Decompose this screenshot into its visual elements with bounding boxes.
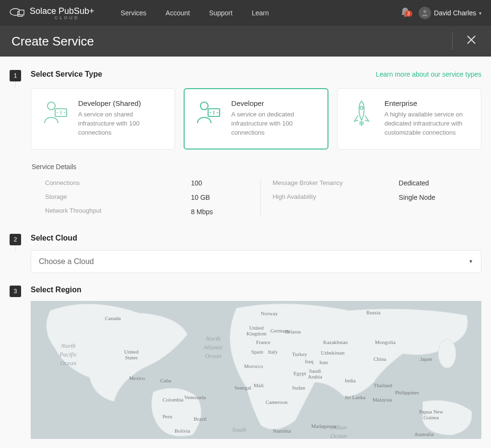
nav-account[interactable]: Account <box>165 9 190 17</box>
service-card-developer-shared[interactable]: Developer (Shared) A service on shared i… <box>31 88 175 149</box>
map-country: Philippines <box>395 390 419 395</box>
map-country: UnitedKingdom <box>246 325 267 336</box>
page-header: Create Service <box>0 26 491 57</box>
nav-links: Services Account Support Learn <box>121 9 269 17</box>
map-country: Malaysia <box>373 397 392 402</box>
map-country: Venezuela <box>184 394 206 400</box>
connections-value: 100 <box>191 179 249 187</box>
card-title: Enterprise <box>385 99 471 107</box>
region-map[interactable]: NorthPacificOcean NorthAtlanticOcean Sou… <box>31 301 481 439</box>
map-country: Belarus <box>285 329 301 334</box>
map-country: Italy <box>268 349 278 355</box>
storage-value: 10 GB <box>191 194 249 201</box>
brand-name: Solace PubSub+ <box>30 6 94 16</box>
top-navbar: Solace PubSub+ CLOUD Services Account Su… <box>0 0 491 26</box>
learn-more-link[interactable]: Learn more about our service types <box>376 70 481 78</box>
connections-label: Connections <box>45 179 168 186</box>
map-country: Morocco <box>244 363 263 369</box>
card-title: Developer <box>231 99 318 107</box>
developer-icon <box>41 99 70 138</box>
map-ocean-natlantic: NorthAtlanticOcean <box>203 334 223 361</box>
brand-subtitle: CLOUD <box>55 15 94 20</box>
map-country: Colombia <box>163 397 183 402</box>
map-country: Sudan <box>292 385 305 391</box>
map-country: Kazakhstan <box>323 339 348 345</box>
map-country: Mexico <box>129 375 145 381</box>
map-country: Russia <box>366 310 380 315</box>
map-country: Spain <box>251 349 263 355</box>
avatar-icon <box>419 7 431 19</box>
card-desc: A highly available service on dedicated … <box>385 110 471 138</box>
storage-label: Storage <box>45 193 168 200</box>
map-country: Mali <box>254 382 264 388</box>
map-country: Iraq <box>305 358 314 364</box>
map-country: India <box>345 378 356 383</box>
cloud-select[interactable]: Choose a Cloud ▼ <box>31 250 481 273</box>
nav-services[interactable]: Services <box>121 9 147 17</box>
card-desc: A service on dedicated infrastructure wi… <box>231 110 318 138</box>
svg-point-7 <box>200 102 208 110</box>
map-country: Namibia <box>273 428 291 434</box>
user-name: David Charles <box>434 9 476 17</box>
ha-label: High Availability <box>272 193 375 200</box>
map-country: Papua NewGuinea <box>419 409 443 420</box>
service-card-developer[interactable]: Developer A service on dedicated infrast… <box>184 88 328 149</box>
service-details-title: Service Details <box>32 163 481 171</box>
service-card-enterprise[interactable]: Enterprise A highly available service on… <box>337 88 481 149</box>
developer-icon <box>194 99 222 138</box>
cloud-select-placeholder: Choose a Cloud <box>39 257 94 266</box>
card-title: Developer (Shared) <box>78 99 165 107</box>
nav-learn[interactable]: Learn <box>252 9 269 17</box>
svg-point-11 <box>438 339 456 368</box>
brand-logo[interactable]: Solace PubSub+ CLOUD <box>10 6 94 20</box>
map-country: Cuba <box>160 378 171 383</box>
notifications-button[interactable]: 3 <box>400 7 410 19</box>
service-details: Connections Storage Network Throughput 1… <box>31 179 481 216</box>
chevron-down-icon: ▼ <box>468 259 473 264</box>
map-country: Cameroon <box>266 399 288 405</box>
map-country: Australia <box>414 431 433 437</box>
map-country: UnitedStates <box>124 349 139 360</box>
rocket-icon <box>347 99 376 138</box>
step-1-title: Select Service Type <box>31 70 102 79</box>
map-ocean-southatl: South <box>232 425 246 434</box>
map-country: Bolivia <box>175 428 190 434</box>
throughput-value: 8 Mbps <box>191 208 249 216</box>
step-3-title: Select Region <box>31 286 82 294</box>
card-desc: A service on shared infrastructure with … <box>78 110 165 138</box>
svg-point-4 <box>423 10 426 13</box>
map-country: Canada <box>105 315 121 321</box>
notifications-badge: 3 <box>405 11 412 17</box>
map-country: Egypt <box>293 370 306 376</box>
map-country: Madagascar <box>311 423 337 429</box>
step-2-number: 2 <box>10 234 21 245</box>
tenancy-label: Message Broker Tenancy <box>272 179 375 186</box>
map-ocean-npacific: NorthPacificOcean <box>59 342 77 368</box>
caret-down-icon: ▾ <box>479 11 481 16</box>
nav-support[interactable]: Support <box>209 9 233 17</box>
map-country: Iran <box>319 359 328 365</box>
step-1-number: 1 <box>10 70 21 81</box>
map-country: SaudiArabia <box>308 368 322 379</box>
page-title: Create Service <box>12 34 94 49</box>
step-2-title: Select Cloud <box>31 234 77 242</box>
svg-point-9 <box>360 106 363 109</box>
map-country: Senegal <box>234 385 251 391</box>
map-country: Thailand <box>374 382 392 388</box>
header-divider <box>452 33 453 50</box>
map-country: China <box>374 356 386 362</box>
close-button[interactable] <box>463 32 479 51</box>
map-country: Mongolia <box>375 339 396 345</box>
map-country: Turkey <box>292 351 307 357</box>
world-map-icon <box>31 301 481 439</box>
user-menu[interactable]: David Charles ▾ <box>419 7 481 19</box>
tenancy-value: Dedicated <box>399 179 435 187</box>
close-icon <box>466 34 477 45</box>
svg-point-5 <box>47 102 55 110</box>
map-country: Peru <box>163 414 172 419</box>
map-country: Japan <box>420 356 432 362</box>
ha-value: Single Node <box>399 194 435 201</box>
map-country: Sri Lanka <box>345 394 365 400</box>
map-country: Brazil <box>194 416 207 422</box>
map-country: France <box>256 339 270 345</box>
